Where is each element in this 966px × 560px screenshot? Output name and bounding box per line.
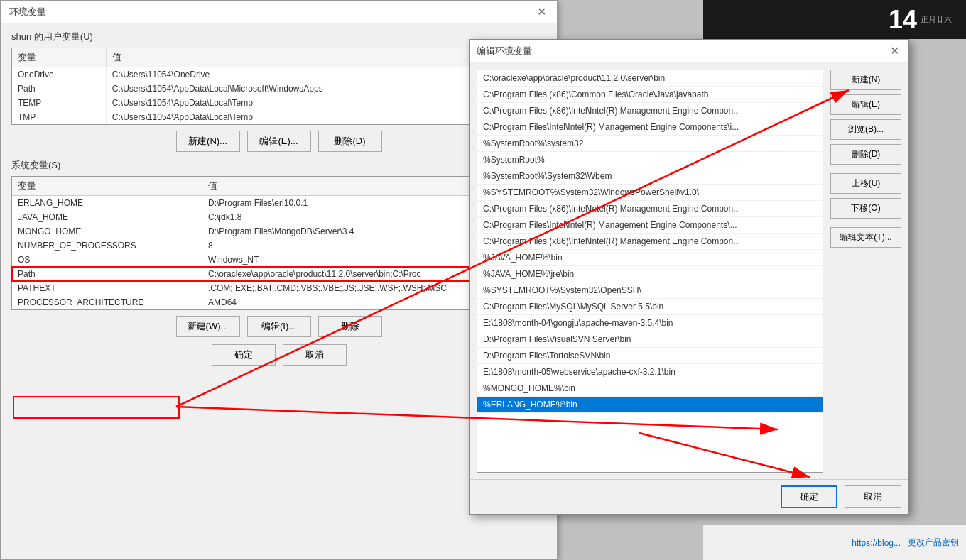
date-display: 14 bbox=[889, 5, 917, 35]
path-list-item[interactable]: C:\oraclexe\app\oracle\product\11.2.0\se… bbox=[477, 70, 823, 87]
user-var-row[interactable]: PathC:\Users\11054\AppData\Local\Microso… bbox=[12, 82, 546, 96]
path-list-item[interactable]: D:\Program Files\TortoiseSVN\bin bbox=[477, 348, 823, 364]
edit-cancel-button[interactable]: 取消 bbox=[845, 485, 901, 508]
path-list-item[interactable]: C:\Program Files\MySQL\MySQL Server 5.5\… bbox=[477, 299, 823, 315]
env-ok-button[interactable]: 确定 bbox=[212, 344, 276, 366]
path-list-item[interactable]: %SystemRoot%\System32\Wbem bbox=[477, 168, 823, 185]
edit-text-button[interactable]: 编辑文本(T)... bbox=[830, 227, 901, 248]
top-right-area: 14 正月廿六 bbox=[703, 0, 966, 39]
env-dialog-title-bar: 环境变量 ✕ bbox=[1, 1, 557, 23]
path-list-item[interactable]: %MONGO_HOME%\bin bbox=[477, 380, 823, 397]
path-list-item[interactable]: %JAVA_HOME%\jre\bin bbox=[477, 266, 823, 282]
path-list-item[interactable]: E:\1808\month-05\webservice\apache-cxf-3… bbox=[477, 364, 823, 380]
edit-move-down-button[interactable]: 下移(O) bbox=[830, 198, 901, 219]
path-list-container[interactable]: C:\oraclexe\app\oracle\product\11.2.0\se… bbox=[477, 70, 823, 473]
user-new-button[interactable]: 新建(N)... bbox=[176, 131, 240, 152]
path-list-item[interactable]: %SystemRoot% bbox=[477, 152, 823, 168]
path-list-item[interactable]: C:\Program Files\Intel\Intel(R) Manageme… bbox=[477, 217, 823, 234]
edit-ok-button[interactable]: 确定 bbox=[781, 485, 837, 508]
edit-edit-button[interactable]: 编辑(E) bbox=[830, 94, 901, 115]
edit-dialog-body: C:\oraclexe\app\oracle\product\11.2.0\se… bbox=[470, 62, 908, 480]
edit-dialog-title: 编辑环境变量 bbox=[477, 45, 532, 57]
user-vars-btn-row: 新建(N)... 编辑(E)... 删除(D) bbox=[11, 131, 546, 152]
user-vars-section: shun 的用户变量(U) 变量 值 OneDriveC:\Users\1105… bbox=[11, 31, 546, 152]
sys-edit-button[interactable]: 编辑(I)... bbox=[247, 316, 311, 337]
path-list-item[interactable]: C:\Program Files (x86)\Intel\Intel(R) Ma… bbox=[477, 201, 823, 217]
bottom-right-area: https://blog... 更改产品密钥 bbox=[703, 525, 966, 560]
env-cancel-button[interactable]: 取消 bbox=[283, 344, 347, 366]
sys-col-var: 变量 bbox=[12, 177, 202, 196]
path-list-item[interactable]: %ERLANG_HOME%\bin bbox=[477, 397, 823, 413]
user-var-row[interactable]: OneDriveC:\Users\11054\OneDrive bbox=[12, 67, 546, 82]
sys-vars-btn-row: 新建(W)... 编辑(I)... 删除 bbox=[11, 316, 546, 337]
sys-var-name: PROCESSOR_ARCHITECTURE bbox=[12, 295, 202, 309]
path-list-item[interactable]: %SYSTEMROOT%\System32\OpenSSH\ bbox=[477, 282, 823, 299]
sys-var-row[interactable]: JAVA_HOMEC:\jdk1.8 bbox=[12, 210, 546, 224]
user-var-name: Path bbox=[12, 82, 106, 96]
user-vars-title: shun 的用户变量(U) bbox=[11, 31, 546, 43]
path-list-item[interactable]: D:\Program Files\VisualSVN Server\bin bbox=[477, 331, 823, 348]
sys-var-name: PATHEXT bbox=[12, 281, 202, 295]
sys-var-name: JAVA_HOME bbox=[12, 210, 202, 224]
sys-var-name: OS bbox=[12, 253, 202, 267]
sys-var-row[interactable]: PROCESSOR_ARCHITECTUREAMD64 bbox=[12, 295, 546, 309]
path-list-item[interactable]: C:\Program Files (x86)\Intel\Intel(R) Ma… bbox=[477, 234, 823, 250]
sys-var-name: ERLANG_HOME bbox=[12, 196, 202, 211]
sys-var-name: NUMBER_OF_PROCESSORS bbox=[12, 238, 202, 253]
edit-dialog-title-bar: 编辑环境变量 ✕ bbox=[470, 40, 908, 62]
sys-var-name: Path bbox=[12, 267, 202, 281]
sys-var-row[interactable]: PathC:\oraclexe\app\oracle\product\11.2.… bbox=[12, 267, 546, 281]
user-var-name: TMP bbox=[12, 110, 106, 124]
sys-vars-title: 系统变量(S) bbox=[11, 159, 546, 172]
user-col-var: 变量 bbox=[12, 48, 106, 67]
path-list-item[interactable]: C:\Program Files\Intel\Intel(R) Manageme… bbox=[477, 119, 823, 136]
edit-dialog-close-button[interactable]: ✕ bbox=[887, 44, 901, 58]
bottom-link: https://blog... bbox=[852, 538, 901, 548]
sys-new-button[interactable]: 新建(W)... bbox=[176, 316, 240, 337]
user-vars-table: 变量 值 OneDriveC:\Users\11054\OneDrivePath… bbox=[12, 48, 546, 124]
user-edit-button[interactable]: 编辑(E)... bbox=[247, 131, 311, 152]
path-list-item[interactable]: %JAVA_HOME%\bin bbox=[477, 250, 823, 266]
sys-var-name: MONGO_HOME bbox=[12, 224, 202, 238]
user-var-name: TEMP bbox=[12, 96, 106, 110]
sys-var-row[interactable]: OSWindows_NT bbox=[12, 253, 546, 267]
sys-vars-table: 变量 值 ERLANG_HOMED:\Program Files\erl10.0… bbox=[12, 177, 546, 309]
sys-vars-table-container: 变量 值 ERLANG_HOMED:\Program Files\erl10.0… bbox=[11, 176, 546, 310]
user-var-row[interactable]: TMPC:\Users\11054\AppData\Local\Temp bbox=[12, 110, 546, 124]
date-sub: 正月廿六 bbox=[921, 14, 952, 25]
user-var-name: OneDrive bbox=[12, 67, 106, 82]
user-delete-button[interactable]: 删除(D) bbox=[318, 131, 382, 152]
edit-browse-button[interactable]: 浏览(B)... bbox=[830, 119, 901, 140]
sys-var-row[interactable]: ERLANG_HOMED:\Program Files\erl10.0.1 bbox=[12, 196, 546, 211]
user-vars-table-container: 变量 值 OneDriveC:\Users\11054\OneDrivePath… bbox=[11, 48, 546, 125]
edit-move-up-button[interactable]: 上移(U) bbox=[830, 173, 901, 194]
edit-delete-button[interactable]: 删除(D) bbox=[830, 144, 901, 165]
edit-env-dialog: 编辑环境变量 ✕ C:\oraclexe\app\oracle\product\… bbox=[469, 39, 909, 515]
path-list-item[interactable]: E:\1808\month-04\gongju\apache-maven-3.5… bbox=[477, 315, 823, 331]
user-var-row[interactable]: TEMPC:\Users\11054\AppData\Local\Temp bbox=[12, 96, 546, 110]
sys-var-row[interactable]: PATHEXT.COM;.EXE;.BAT;.CMD;.VBS;.VBE;.JS… bbox=[12, 281, 546, 295]
update-label[interactable]: 更改产品密钥 bbox=[908, 537, 959, 549]
sys-vars-section: 系统变量(S) 变量 值 ERLANG_HOMED:\Program Files… bbox=[11, 159, 546, 337]
env-dialog-title: 环境变量 bbox=[9, 6, 46, 18]
sys-var-row[interactable]: NUMBER_OF_PROCESSORS8 bbox=[12, 238, 546, 253]
path-list-item[interactable]: C:\Program Files (x86)\Common Files\Orac… bbox=[477, 87, 823, 103]
path-list-item[interactable]: C:\Program Files (x86)\Intel\Intel(R) Ma… bbox=[477, 103, 823, 119]
sys-var-row[interactable]: MONGO_HOMED:\Program Files\MongoDB\Serve… bbox=[12, 224, 546, 238]
edit-dialog-footer: 确定 取消 bbox=[470, 479, 908, 514]
edit-side-buttons: 新建(N) 编辑(E) 浏览(B)... 删除(D) 上移(U) 下移(O) 编… bbox=[830, 70, 901, 473]
env-dialog-close-button[interactable]: ✕ bbox=[534, 5, 548, 19]
path-list-item[interactable]: %SystemRoot%\system32 bbox=[477, 136, 823, 152]
path-list-item[interactable]: %SYSTEMROOT%\System32\WindowsPowerShell\… bbox=[477, 185, 823, 201]
edit-new-button[interactable]: 新建(N) bbox=[830, 70, 901, 90]
sys-delete-button[interactable]: 删除 bbox=[318, 316, 382, 337]
